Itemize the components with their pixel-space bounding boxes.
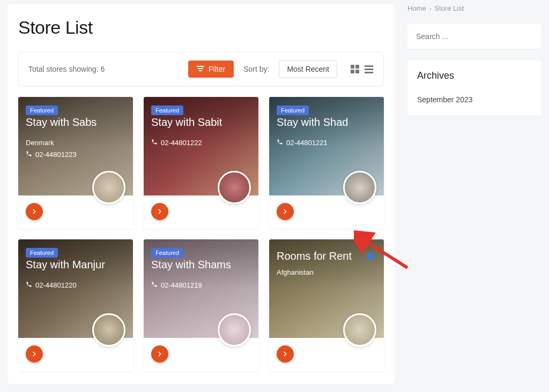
filter-label: Filter [209, 65, 225, 73]
archives-title: Archives [417, 70, 532, 81]
view-store-button[interactable] [277, 203, 294, 220]
sort-label: Sort by: [243, 65, 269, 73]
search-box [407, 24, 541, 49]
store-phone: 02-44801220 [26, 281, 77, 289]
phone-icon [277, 139, 283, 147]
featured-badge: Featured [26, 105, 58, 115]
store-grid: Featured Stay with Sabs Denmark 02-44801… [18, 97, 384, 371]
svg-rect-0 [351, 65, 354, 69]
store-card[interactable]: Featured Stay with Shad 02-44801221 [269, 97, 384, 229]
featured-badge: Featured [151, 248, 183, 258]
toolbar: Total stores showing: 6 Filter Sort by: … [18, 52, 384, 86]
store-avatar [218, 171, 251, 204]
view-store-button[interactable] [277, 345, 294, 363]
page-title: Store List [18, 17, 384, 38]
phone-icon [151, 281, 158, 289]
featured-badge: Featured [151, 105, 183, 115]
store-title: Rooms for Rent [277, 250, 352, 262]
sort-select[interactable]: Most Recent [279, 60, 337, 78]
store-avatar [343, 313, 376, 346]
view-store-button[interactable] [26, 203, 43, 220]
svg-rect-6 [365, 72, 373, 73]
store-title: Stay with Sabit [151, 116, 222, 129]
view-store-button[interactable] [151, 345, 168, 363]
svg-rect-1 [355, 65, 359, 69]
breadcrumb: Home › Store List [407, 4, 541, 12]
featured-badge: Featured [277, 105, 309, 115]
svg-rect-3 [355, 70, 359, 73]
breadcrumb-current: Store List [434, 4, 464, 12]
main-panel: Store List Total stores showing: 6 Filte… [8, 4, 395, 384]
svg-rect-2 [351, 70, 354, 73]
store-location: Afghanistan [277, 268, 314, 276]
store-title: Stay with Shams [151, 259, 231, 271]
store-location: Denmark [26, 139, 54, 147]
breadcrumb-home[interactable]: Home [407, 4, 426, 12]
store-phone: 02-44801223 [26, 150, 77, 159]
store-card[interactable]: Featured Stay with Sabs Denmark 02-44801… [18, 97, 133, 229]
filter-icon [197, 65, 204, 73]
store-avatar [343, 171, 376, 204]
store-avatar [218, 313, 251, 346]
svg-rect-5 [365, 69, 373, 70]
list-view-icon[interactable] [364, 64, 374, 74]
view-store-button[interactable] [151, 203, 168, 220]
store-card[interactable]: Rooms for Rent Afghanistan [269, 239, 384, 371]
phone-icon [26, 150, 32, 159]
store-title: Stay with Shad [277, 116, 348, 129]
sidebar: Home › Store List Archives September 202… [407, 4, 541, 384]
store-title: Stay with Sabs [26, 116, 97, 129]
store-phone: 02-44801219 [151, 281, 202, 289]
store-phone: 02-44801222 [151, 139, 202, 147]
search-input[interactable] [416, 32, 533, 41]
store-avatar [92, 313, 125, 346]
view-store-button[interactable] [26, 345, 43, 363]
archives-item[interactable]: September 2023 [417, 95, 532, 104]
store-avatar [92, 171, 125, 204]
store-card[interactable]: Featured Stay with Sabit 02-44801222 [144, 97, 258, 229]
archives-panel: Archives September 2023 [407, 61, 541, 116]
filter-button[interactable]: Filter [188, 61, 234, 78]
phone-icon [151, 139, 158, 147]
grid-view-icon[interactable] [350, 64, 360, 74]
verified-badge-icon [366, 251, 375, 261]
store-count: Total stores showing: 6 [28, 65, 105, 73]
store-title: Stay with Manjur [26, 259, 105, 271]
store-phone: 02-44801221 [277, 139, 328, 147]
featured-badge: Featured [26, 248, 58, 258]
store-card[interactable]: Featured Stay with Shams 02-44801219 [144, 239, 258, 371]
view-toggle [350, 64, 374, 74]
svg-rect-4 [365, 65, 373, 67]
phone-icon [26, 281, 32, 289]
store-card[interactable]: Featured Stay with Manjur 02-44801220 [18, 239, 133, 371]
chevron-right-icon: › [429, 5, 432, 12]
